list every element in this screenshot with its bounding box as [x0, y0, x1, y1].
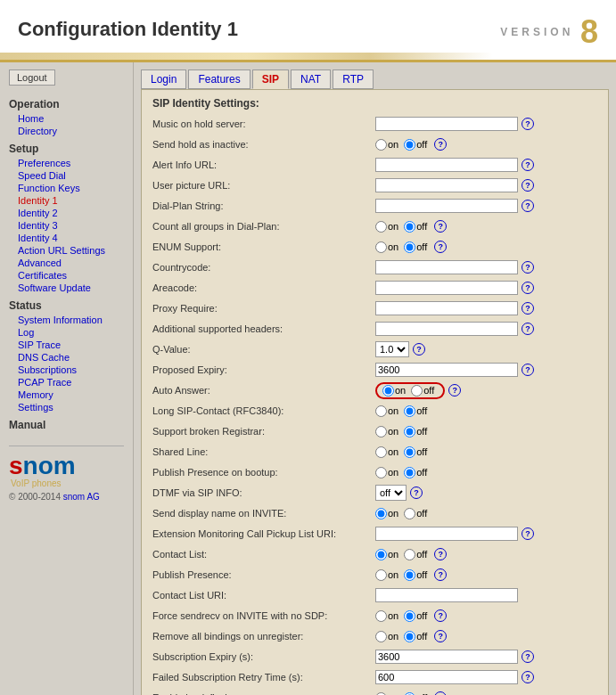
sidebar-link-directory[interactable]: Directory — [9, 125, 124, 137]
sidebar-link-advanced[interactable]: Advanced — [9, 257, 124, 269]
tab-nat[interactable]: NAT — [291, 70, 331, 89]
radio-off[interactable] — [404, 467, 415, 478]
radio-on[interactable] — [375, 569, 387, 581]
help-icon[interactable]: ? — [434, 691, 447, 695]
help-icon[interactable]: ? — [522, 364, 534, 376]
radio-off[interactable] — [404, 610, 415, 622]
form-row-label: User picture URL: — [152, 180, 375, 191]
form-row-label: Q-Value: — [152, 344, 375, 355]
help-icon[interactable]: ? — [434, 241, 447, 253]
radio-off[interactable] — [411, 385, 423, 397]
select-input-11[interactable]: 1.00.90.80.70.60.5 — [375, 341, 409, 357]
text-input-23[interactable] — [375, 588, 518, 602]
tab-features[interactable]: Features — [188, 70, 250, 89]
help-icon[interactable]: ? — [434, 548, 447, 560]
text-input-26[interactable] — [375, 650, 518, 664]
text-input-4[interactable] — [375, 199, 518, 213]
radio-off[interactable] — [404, 631, 415, 642]
help-icon[interactable]: ? — [522, 159, 534, 171]
sidebar-link-subscriptions[interactable]: Subscriptions — [9, 364, 124, 376]
sidebar-link-certificates[interactable]: Certificates — [9, 269, 124, 282]
radio-off[interactable] — [404, 508, 415, 519]
radio-on[interactable] — [375, 139, 387, 151]
radio-off[interactable] — [404, 549, 415, 560]
logout-button[interactable]: Logout — [9, 70, 55, 86]
text-input-0[interactable] — [375, 117, 518, 131]
form-row: Music on hold server:? — [152, 115, 597, 133]
radio-on[interactable] — [375, 405, 387, 417]
form-row-control: onoff? — [375, 691, 597, 695]
text-input-10[interactable] — [375, 322, 518, 336]
tab-rtp[interactable]: RTP — [333, 70, 374, 89]
radio-off[interactable] — [404, 241, 415, 253]
radio-off[interactable] — [404, 405, 415, 417]
text-input-8[interactable] — [375, 281, 518, 295]
sidebar-link-speed-dial[interactable]: Speed Dial — [9, 169, 124, 182]
help-icon[interactable]: ? — [522, 118, 534, 130]
tab-sip[interactable]: SIP — [252, 70, 289, 89]
help-icon[interactable]: ? — [410, 487, 423, 499]
radio-on[interactable] — [382, 385, 394, 397]
radio-off[interactable] — [404, 139, 415, 151]
radio-on[interactable] — [375, 549, 387, 560]
help-icon[interactable]: ? — [434, 138, 447, 151]
radio-on[interactable] — [375, 610, 387, 622]
text-input-2[interactable] — [375, 158, 518, 172]
radio-on[interactable] — [375, 467, 387, 478]
radio-on[interactable] — [375, 446, 387, 458]
radio-off[interactable] — [404, 426, 415, 437]
help-icon[interactable]: ? — [522, 527, 534, 540]
sidebar-link-preferences[interactable]: Preferences — [9, 157, 124, 169]
sidebar-link-action-url-settings[interactable]: Action URL Settings — [9, 244, 124, 257]
radio-off[interactable] — [404, 446, 415, 458]
radio-off[interactable] — [404, 569, 415, 581]
sidebar-section-title: Manual — [9, 419, 124, 431]
help-icon[interactable]: ? — [522, 200, 534, 212]
text-input-27[interactable] — [375, 670, 518, 684]
sidebar-link-system-information[interactable]: System Information — [9, 314, 124, 326]
radio-off[interactable] — [404, 221, 415, 233]
help-icon[interactable]: ? — [522, 650, 534, 663]
radio-on[interactable] — [375, 692, 387, 696]
sidebar-link-sip-trace[interactable]: SIP Trace — [9, 339, 124, 351]
sidebar-link-dns-cache[interactable]: DNS Cache — [9, 351, 124, 364]
help-icon[interactable]: ? — [448, 384, 461, 397]
help-icon[interactable]: ? — [434, 220, 447, 233]
radio-on[interactable] — [375, 508, 387, 519]
select-input-18[interactable]: offon — [375, 485, 407, 501]
sidebar-link-memory[interactable]: Memory — [9, 388, 124, 401]
text-input-7[interactable] — [375, 260, 518, 274]
tab-login[interactable]: Login — [141, 70, 186, 89]
radio-off[interactable] — [404, 692, 415, 696]
sidebar-link-settings[interactable]: Settings — [9, 401, 124, 413]
text-input-12[interactable] — [375, 363, 518, 377]
help-icon[interactable]: ? — [522, 323, 534, 335]
sidebar-link-identity-4[interactable]: Identity 4 — [9, 232, 124, 244]
help-icon[interactable]: ? — [413, 343, 425, 356]
sidebar-link-home[interactable]: Home — [9, 112, 124, 125]
sidebar-link-identity-2[interactable]: Identity 2 — [9, 207, 124, 219]
text-input-3[interactable] — [375, 178, 518, 192]
radio-on[interactable] — [375, 241, 387, 253]
help-icon[interactable]: ? — [434, 630, 447, 642]
help-icon[interactable]: ? — [522, 261, 534, 274]
sidebar-link-log[interactable]: Log — [9, 326, 124, 339]
snom-ag-link[interactable]: snom AG — [63, 492, 100, 502]
help-icon[interactable]: ? — [434, 609, 447, 622]
radio-on[interactable] — [375, 221, 387, 233]
form-row-label: Dial-Plan String: — [152, 200, 375, 211]
sidebar-link-pcap-trace[interactable]: PCAP Trace — [9, 376, 124, 388]
help-icon[interactable]: ? — [522, 282, 534, 294]
help-icon[interactable]: ? — [434, 568, 447, 581]
text-input-9[interactable] — [375, 301, 518, 315]
sidebar-link-identity-1[interactable]: Identity 1 — [9, 194, 124, 207]
help-icon[interactable]: ? — [522, 671, 534, 683]
sidebar-link-function-keys[interactable]: Function Keys — [9, 182, 124, 194]
help-icon[interactable]: ? — [522, 179, 534, 192]
radio-on[interactable] — [375, 631, 387, 642]
help-icon[interactable]: ? — [522, 302, 534, 315]
sidebar-link-identity-3[interactable]: Identity 3 — [9, 219, 124, 232]
text-input-20[interactable] — [375, 527, 518, 541]
radio-on[interactable] — [375, 426, 387, 437]
sidebar-link-software-update[interactable]: Software Update — [9, 282, 124, 294]
